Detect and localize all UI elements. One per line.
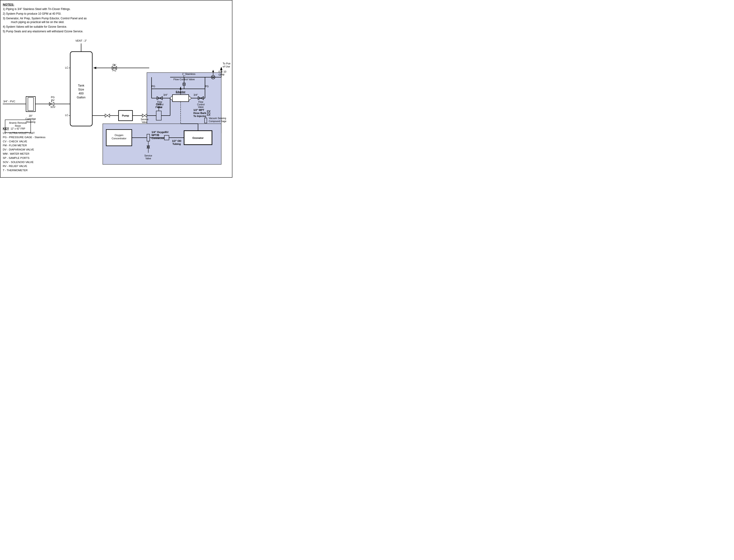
service-valve-lower-label: Service xyxy=(144,154,152,157)
svg-rect-9 xyxy=(28,97,33,111)
pg-eductor-left: PG xyxy=(152,85,155,88)
cartridge-label: 20" xyxy=(29,114,33,117)
svg-marker-33 xyxy=(142,114,145,117)
svg-text:Compound Gage: Compound Gage xyxy=(209,120,227,123)
svg-text:Valve: Valve xyxy=(157,106,163,108)
key-cv: CV - CHECK VALVE xyxy=(3,140,63,144)
note-5: 5) Pump Seals and any elastomers will wi… xyxy=(3,30,91,33)
note-4: 4) System Valves will be suitable for Oz… xyxy=(3,25,91,29)
lc-bottom: LC xyxy=(65,114,68,117)
key-uv: UV - ULTRA-VIOLET UNIT xyxy=(3,131,63,135)
sov-label: SOV xyxy=(50,106,55,108)
svg-marker-28 xyxy=(105,114,107,117)
notes-list: 1) Piping is 3/4" Stainless Steel with T… xyxy=(3,7,91,33)
svg-text:Tubing: Tubing xyxy=(173,143,181,145)
pump-label: Pump xyxy=(122,114,129,117)
key-dv: DV - DIAPHRAGM VALVE xyxy=(3,148,63,152)
connector-label: 1/4" Oxygen xyxy=(152,131,166,133)
svg-text:of Use: of Use xyxy=(223,65,230,68)
svg-text:GPM: GPM xyxy=(219,73,224,76)
svg-text:Connector: Connector xyxy=(152,137,165,140)
pg-eductor-right: PG xyxy=(205,85,209,88)
svg-text:Valve: Valve xyxy=(146,157,151,160)
pg-left-label: PG xyxy=(51,96,55,99)
oxygen-label: Oxygen xyxy=(115,134,123,137)
svg-marker-23 xyxy=(93,67,96,69)
lc-top: LC xyxy=(65,66,68,69)
svg-rect-8 xyxy=(26,97,35,112)
svg-text:Gallon: Gallon xyxy=(77,96,86,99)
svg-text:Control: Control xyxy=(156,103,163,106)
arsenic-label: Arsenic Removal xyxy=(9,122,27,124)
cv2-label: CV xyxy=(207,113,211,116)
flow-rate-label: 0 to 10 xyxy=(219,70,226,73)
ozonator-label: Ozonator xyxy=(193,137,204,139)
vacuum-gage-label: Vacuum Sensing xyxy=(209,117,226,120)
service-valve-bottom-label: Service xyxy=(141,118,149,121)
tank-label: Tank xyxy=(78,84,84,87)
svg-rect-55 xyxy=(173,95,189,102)
svg-text:Valve: Valve xyxy=(142,121,148,123)
note-1: 1) Piping is 3/4" Stainless Steel with T… xyxy=(3,7,91,11)
key-t: T - THERMOMETER xyxy=(3,168,63,173)
svg-text:To Injector: To Injector xyxy=(193,115,206,117)
three-quarter-left: 3/4" xyxy=(163,93,168,96)
notes-title: NOTES: xyxy=(3,3,91,6)
note-2: 2) System Pump to produce 10 GPM at 40 P… xyxy=(3,12,91,16)
key-sp: SP - SAMPLE PORTS xyxy=(3,156,63,160)
key-section: KEY UV - ULTRA-VIOLET UNIT PG - PRESSURE… xyxy=(3,127,63,173)
svg-text:Size: Size xyxy=(78,88,84,91)
svg-text:Valve: Valve xyxy=(198,106,204,108)
pvc-label: 3/4" - PVC xyxy=(3,100,15,103)
three-quarter-right: 3/4" xyxy=(193,93,198,96)
key-wm: WM - WATER METER xyxy=(3,152,63,156)
od-tubing-label: 1/2" OD xyxy=(172,140,181,142)
svg-text:Concentrator: Concentrator xyxy=(112,137,126,140)
cv1-label: CV xyxy=(207,110,211,113)
key-title: KEY xyxy=(3,127,63,130)
page: NOTES: 1) Piping is 3/4" Stainless Steel… xyxy=(3,3,231,175)
flow-ctrl-left-label: Flow xyxy=(157,101,162,103)
svg-text:400: 400 xyxy=(79,92,84,95)
flow-ctrl-right-label: Flow xyxy=(198,101,203,103)
to-points-label: To Points xyxy=(223,62,231,65)
svg-marker-34 xyxy=(145,114,147,117)
note-3: 3) Generator, Air Prep, System Pump Educ… xyxy=(3,17,91,24)
svg-text:NPT/B: NPT/B xyxy=(152,134,159,137)
hose-barb-label: 1/2" MPT xyxy=(193,109,204,111)
svg-marker-29 xyxy=(107,114,110,117)
fm-label: FM xyxy=(165,131,169,133)
key-fm: FM - FLOW METER xyxy=(3,143,63,148)
notes-section: NOTES: 1) Piping is 3/4" Stainless Steel… xyxy=(3,3,91,34)
svg-text:Hose Barb: Hose Barb xyxy=(193,112,206,114)
svg-text:Control: Control xyxy=(197,103,205,106)
key-list: UV - ULTRA-VIOLET UNIT PG - PRESSURE GAG… xyxy=(3,131,63,173)
svg-marker-17 xyxy=(52,102,54,106)
vent-label: VENT - 2" xyxy=(76,39,87,42)
svg-marker-49 xyxy=(212,70,214,72)
pg-center-label: PG xyxy=(113,69,116,72)
key-pg: PG - PRESSURE GAGE - Stainless xyxy=(3,135,63,140)
svg-marker-43 xyxy=(220,67,223,70)
key-sov: SOV - SOLENOID VALVE xyxy=(3,160,63,164)
key-rv: RV - RELIEF VALVE xyxy=(3,164,63,168)
